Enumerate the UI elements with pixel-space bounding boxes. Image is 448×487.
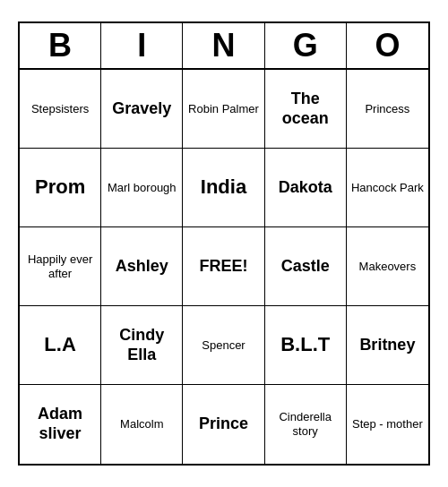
bingo-cell-5: Prom — [20, 149, 101, 227]
bingo-cell-4: Princess — [347, 70, 428, 149]
bingo-cell-18: B.L.T — [265, 306, 347, 385]
bingo-card: BINGO StepsistersGravelyRobin PalmerThe … — [18, 21, 430, 466]
bingo-cell-0: Stepsisters — [20, 70, 101, 149]
bingo-cell-20: Adam sliver — [20, 385, 101, 464]
bingo-cell-21: Malcolm — [101, 385, 183, 464]
bingo-cell-13: Castle — [265, 227, 347, 306]
bingo-cell-14: Makeovers — [347, 227, 428, 306]
bingo-cell-6: Marl borough — [101, 149, 183, 227]
bingo-cell-19: Britney — [347, 306, 428, 385]
bingo-cell-7: India — [183, 149, 264, 227]
bingo-cell-9: Hancock Park — [347, 149, 428, 227]
bingo-cell-1: Gravely — [101, 70, 183, 149]
bingo-cell-2: Robin Palmer — [183, 70, 264, 149]
bingo-header-letter: I — [101, 23, 183, 68]
bingo-cell-8: Dakota — [265, 149, 347, 227]
bingo-header: BINGO — [20, 23, 428, 70]
bingo-cell-23: Cinderella story — [265, 385, 347, 464]
bingo-header-letter: G — [265, 23, 347, 68]
bingo-grid: StepsistersGravelyRobin PalmerThe oceanP… — [20, 70, 428, 464]
bingo-header-letter: B — [20, 23, 101, 68]
bingo-cell-17: Spencer — [183, 306, 264, 385]
bingo-header-letter: N — [183, 23, 264, 68]
bingo-cell-16: Cindy Ella — [101, 306, 183, 385]
bingo-cell-24: Step - mother — [347, 385, 428, 464]
bingo-cell-3: The ocean — [265, 70, 347, 149]
bingo-cell-11: Ashley — [101, 227, 183, 306]
bingo-cell-15: L.A — [20, 306, 101, 385]
bingo-cell-22: Prince — [183, 385, 264, 464]
bingo-cell-12: FREE! — [183, 227, 264, 306]
bingo-header-letter: O — [347, 23, 428, 68]
bingo-cell-10: Happily ever after — [20, 227, 101, 306]
